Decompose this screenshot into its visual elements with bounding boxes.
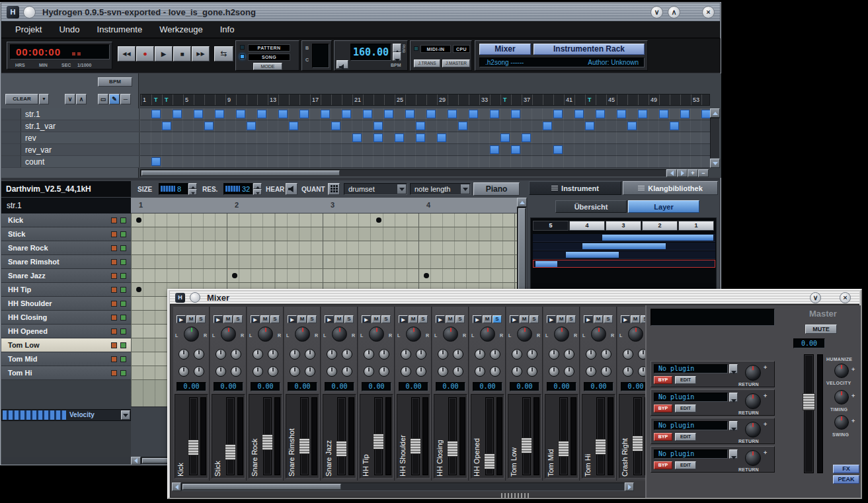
fx-return-knob[interactable] bbox=[745, 422, 761, 438]
layer-range-bar[interactable] bbox=[582, 243, 666, 249]
instrument-row[interactable]: Snare Jazz bbox=[1, 269, 131, 283]
strip-mute-button[interactable]: M bbox=[260, 315, 270, 323]
layer-header-cell[interactable]: 1 bbox=[678, 221, 714, 231]
instrument-solo-led[interactable] bbox=[120, 329, 126, 334]
song-grid-cell[interactable] bbox=[374, 122, 383, 130]
song-grid-cell[interactable] bbox=[638, 110, 647, 118]
fx-plugin-display[interactable]: No plugin bbox=[654, 393, 728, 402]
pan-knob[interactable] bbox=[591, 327, 606, 342]
layer-row[interactable] bbox=[533, 260, 715, 268]
layer-row[interactable] bbox=[533, 243, 715, 251]
size-up-button[interactable] bbox=[188, 183, 197, 189]
tempo-marker[interactable]: T bbox=[165, 97, 169, 103]
mixer-scroll-right-button[interactable] bbox=[625, 483, 634, 491]
fx-edit-button[interactable]: EDIT bbox=[675, 433, 696, 441]
song-zoom-in-button[interactable]: + bbox=[688, 169, 698, 177]
menu-item-info[interactable]: Info bbox=[212, 21, 243, 38]
song-grid-cell[interactable] bbox=[416, 134, 425, 142]
strip-play-button[interactable]: ▶ bbox=[473, 315, 482, 323]
fx2-send-knob[interactable] bbox=[564, 349, 574, 360]
window-menu-button[interactable] bbox=[190, 292, 200, 303]
fx-bypass-button[interactable]: BYP bbox=[654, 405, 672, 412]
strip-fader-handle[interactable] bbox=[595, 439, 606, 455]
song-grid-cell[interactable] bbox=[278, 110, 288, 118]
fx-plugin-display[interactable]: No plugin bbox=[654, 364, 728, 373]
strip-play-button[interactable]: ▶ bbox=[288, 315, 297, 323]
show-peaks-button[interactable]: PEAK bbox=[833, 475, 859, 484]
fx2-send-knob[interactable] bbox=[527, 349, 537, 360]
strip-play-button[interactable]: ▶ bbox=[325, 315, 334, 323]
tab-layer[interactable]: Layer bbox=[628, 200, 699, 213]
tab-instrument[interactable]: Instrument bbox=[529, 181, 621, 195]
song-grid-row[interactable] bbox=[140, 108, 710, 120]
master-mute-button[interactable]: MUTE bbox=[805, 325, 837, 334]
strip-solo-button[interactable]: S bbox=[196, 315, 206, 323]
strip-fader-handle[interactable] bbox=[373, 434, 384, 449]
layer-range-bar[interactable] bbox=[535, 261, 557, 267]
song-grid-cell[interactable] bbox=[511, 145, 520, 154]
song-grid-cell[interactable] bbox=[194, 110, 203, 118]
pattern-list-item[interactable]: count bbox=[1, 156, 139, 168]
hear-notes-button[interactable] bbox=[286, 183, 297, 195]
instrument-mute-led[interactable] bbox=[111, 370, 117, 376]
strip-fader-handle[interactable] bbox=[410, 438, 421, 454]
bpm-display[interactable]: 160.00 bbox=[350, 44, 391, 61]
instrument-solo-led[interactable] bbox=[120, 245, 126, 251]
strip-solo-button[interactable]: S bbox=[307, 315, 317, 323]
song-grid-cell[interactable] bbox=[395, 134, 404, 142]
strip-play-button[interactable]: ▶ bbox=[177, 315, 186, 323]
strip-fader-track[interactable] bbox=[337, 397, 346, 475]
instrument-mute-led[interactable] bbox=[111, 273, 117, 279]
strip-fader-track[interactable] bbox=[189, 397, 198, 475]
drumset-select-arrow[interactable] bbox=[397, 184, 406, 194]
clear-dropdown-button[interactable]: ▼ bbox=[39, 94, 49, 104]
song-grid-cell[interactable] bbox=[680, 110, 690, 118]
note-dot[interactable] bbox=[424, 273, 429, 278]
song-vscroll-track[interactable] bbox=[710, 118, 720, 159]
instrument-row[interactable]: HH Opened bbox=[1, 325, 131, 338]
instrument-row[interactable]: Tom Mid bbox=[1, 352, 131, 366]
song-grid-cell[interactable] bbox=[511, 110, 520, 118]
strip-fader-handle[interactable] bbox=[632, 436, 643, 451]
pattern-list-item[interactable]: str.1 bbox=[1, 108, 139, 120]
song-grid-cell[interactable] bbox=[543, 122, 552, 130]
pattern-list-item[interactable]: rev bbox=[1, 132, 139, 144]
song-scroll-left-button[interactable] bbox=[666, 169, 677, 177]
instrument-row[interactable]: HH Tip bbox=[1, 283, 131, 297]
fx1-send-knob[interactable] bbox=[438, 349, 448, 360]
fx-plugin-display[interactable]: No plugin bbox=[654, 421, 728, 430]
song-grid-cell[interactable] bbox=[659, 110, 668, 118]
song-grid-cell[interactable] bbox=[363, 110, 372, 118]
strip-fader-handle[interactable] bbox=[188, 440, 199, 455]
strip-play-button[interactable]: ▶ bbox=[584, 315, 593, 323]
strip-fader-handle[interactable] bbox=[299, 438, 310, 454]
song-grid-cell[interactable] bbox=[553, 145, 563, 154]
pan-knob[interactable] bbox=[369, 327, 384, 342]
strip-mute-button[interactable]: M bbox=[520, 315, 529, 323]
song-grid-cell[interactable] bbox=[437, 134, 446, 142]
strip-play-button[interactable]: ▶ bbox=[362, 315, 371, 323]
fx-bypass-button[interactable]: BYP bbox=[654, 433, 672, 441]
bpm-up-button[interactable] bbox=[393, 44, 401, 52]
fx2-send-knob[interactable] bbox=[268, 349, 278, 360]
instrument-mute-led[interactable] bbox=[111, 342, 117, 348]
fx-plugin-dropdown[interactable] bbox=[729, 421, 738, 430]
mixer-close-button[interactable]: × bbox=[840, 292, 851, 303]
fx-bypass-button[interactable]: BYP bbox=[654, 461, 672, 469]
strip-play-button[interactable]: ▶ bbox=[251, 315, 260, 323]
instrument-solo-led[interactable] bbox=[120, 315, 126, 321]
strip-mute-button[interactable]: M bbox=[372, 315, 381, 323]
song-grid-cell[interactable] bbox=[458, 122, 467, 130]
pan-knob[interactable] bbox=[554, 327, 569, 342]
song-grid-cell[interactable] bbox=[384, 110, 393, 118]
instrument-row[interactable]: Tom Low bbox=[1, 338, 131, 352]
strip-solo-button[interactable]: S bbox=[233, 315, 243, 323]
song-grid-cell[interactable] bbox=[574, 110, 584, 118]
bpm-down-button[interactable] bbox=[393, 52, 401, 61]
song-timeline-ruler[interactable]: 1591317212529333741454953TTTT bbox=[140, 94, 710, 106]
stop-button[interactable]: ■ bbox=[173, 46, 191, 61]
mixer-titlebar[interactable]: H Mixer ∨ × bbox=[170, 291, 859, 304]
song-grid-cell[interactable] bbox=[173, 110, 182, 118]
instrument-mute-led[interactable] bbox=[111, 329, 117, 334]
song-scroll-up-button[interactable] bbox=[710, 108, 720, 118]
